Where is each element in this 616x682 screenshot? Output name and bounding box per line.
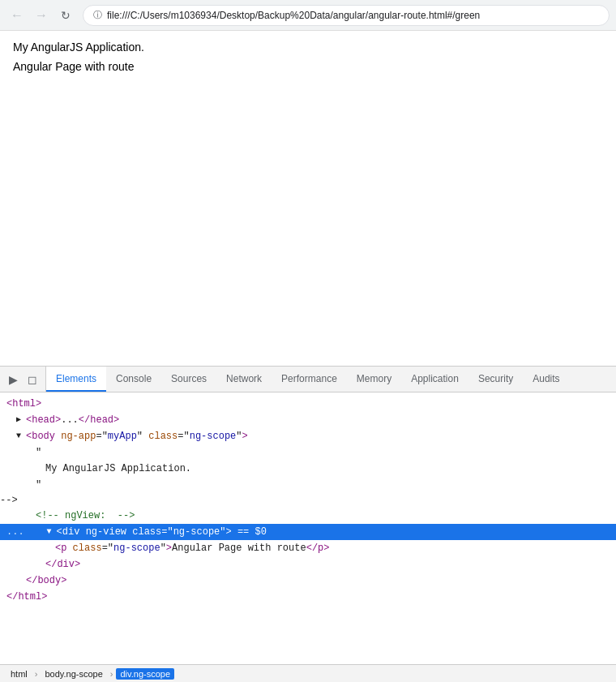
tab-audits[interactable]: Audits: [523, 367, 569, 392]
dom-line[interactable]: ": [0, 477, 616, 493]
tab-application[interactable]: Application: [401, 367, 468, 392]
tab-console[interactable]: Console: [106, 367, 161, 392]
dom-line[interactable]: </html>: [0, 589, 616, 605]
dom-line[interactable]: My AngularJS Application.: [0, 461, 616, 477]
dom-line-selected[interactable]: ... ▼ <div ng-view class="ng-scope" > ==…: [0, 524, 616, 540]
elements-content[interactable]: <html> ▶ <head>...</head> ▼ <body ng-app…: [0, 392, 616, 664]
dom-line[interactable]: <!-- ngView: -->: [0, 508, 616, 524]
tab-sources[interactable]: Sources: [161, 367, 216, 392]
dom-line[interactable]: </body>: [0, 573, 616, 589]
dom-line[interactable]: <html>: [0, 396, 616, 412]
dom-line[interactable]: ▼ <body ng-app="myApp" class="ng-scope" …: [0, 428, 616, 444]
triangle-icon[interactable]: ▶: [16, 413, 26, 427]
browser-toolbar: ← → ↻ ⓘ file:///C:/Users/m1036934/Deskto…: [0, 0, 616, 31]
tab-security[interactable]: Security: [468, 367, 523, 392]
page-content: My AngularJS Application. Angular Page w…: [0, 31, 616, 366]
breadcrumb-html[interactable]: html: [6, 668, 32, 680]
dom-line[interactable]: ": [0, 444, 616, 461]
back-button[interactable]: ←: [6, 5, 28, 26]
devtools-icon-group: ▶ ◻: [0, 367, 46, 392]
mobile-icon[interactable]: ◻: [24, 371, 41, 388]
address-text: file:///C:/Users/m1036934/Desktop/Backup…: [107, 10, 480, 21]
tab-elements[interactable]: Elements: [46, 367, 106, 392]
tab-memory[interactable]: Memory: [347, 367, 401, 392]
devtools-toolbar: ▶ ◻ Elements Console Sources Network Per…: [0, 367, 616, 392]
page-subtitle: Angular Page with route: [13, 60, 603, 73]
dom-line[interactable]: <p class="ng-scope" >Angular Page with r…: [0, 540, 616, 556]
refresh-button[interactable]: ↻: [55, 5, 76, 26]
forward-button[interactable]: →: [31, 5, 52, 26]
page-title: My AngularJS Application.: [13, 41, 603, 54]
address-bar[interactable]: ⓘ file:///C:/Users/m1036934/Desktop/Back…: [83, 5, 610, 26]
tab-performance[interactable]: Performance: [272, 367, 347, 392]
triangle-icon[interactable]: ▼: [47, 525, 57, 539]
dom-line[interactable]: </div>: [0, 556, 616, 573]
triangle-icon[interactable]: ▼: [16, 429, 26, 444]
info-icon: ⓘ: [93, 9, 102, 21]
devtools-tabs: Elements Console Sources Network Perform…: [46, 367, 570, 392]
breadcrumb-div[interactable]: div.ng-scope: [116, 668, 174, 680]
breadcrumb-body[interactable]: body.ng-scope: [41, 668, 106, 680]
tab-network[interactable]: Network: [216, 367, 272, 392]
devtools-panel: ▶ ◻ Elements Console Sources Network Per…: [0, 366, 616, 682]
status-bar: html › body.ng-scope › div.ng-scope: [0, 664, 616, 682]
cursor-icon[interactable]: ▶: [5, 371, 21, 388]
nav-buttons: ← → ↻: [6, 5, 76, 26]
dom-line[interactable]: ▶ <head>...</head>: [0, 412, 616, 428]
